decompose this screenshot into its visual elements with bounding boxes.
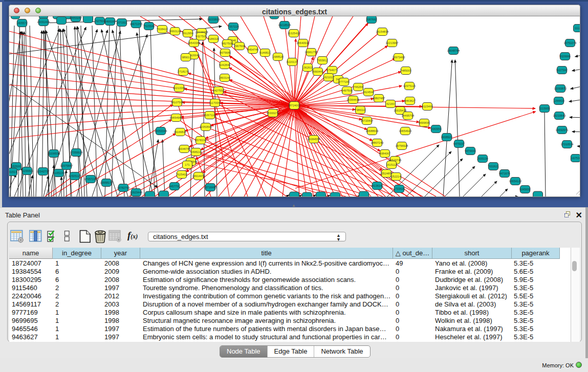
- svg-text:391513: 391513: [9, 170, 17, 173]
- svg-text:8912954: 8912954: [182, 32, 193, 35]
- svg-text:10025438: 10025438: [394, 109, 407, 112]
- svg-text:8990443: 8990443: [312, 70, 323, 73]
- svg-text:8220137: 8220137: [287, 60, 298, 63]
- svg-text:2803144: 2803144: [219, 76, 230, 79]
- svg-text:20364436: 20364436: [347, 98, 360, 101]
- svg-text:8813054: 8813054: [269, 16, 280, 17]
- svg-text:13654923: 13654923: [399, 129, 412, 133]
- svg-text:20206536: 20206536: [48, 152, 60, 155]
- svg-text:8427552: 8427552: [213, 89, 224, 92]
- svg-text:19384554: 19384554: [308, 138, 320, 141]
- svg-text:6497508: 6497508: [341, 89, 353, 92]
- svg-text:13692971: 13692971: [556, 128, 569, 132]
- svg-text:9699695: 9699695: [419, 121, 430, 124]
- svg-text:16033809: 16033809: [207, 18, 220, 21]
- svg-text:11325419: 11325419: [288, 32, 300, 35]
- svg-text:12505115: 12505115: [69, 174, 81, 178]
- svg-text:1527602: 1527602: [94, 19, 105, 23]
- svg-text:9474444: 9474444: [465, 149, 476, 152]
- svg-text:8267110: 8267110: [204, 114, 215, 117]
- svg-text:7515546: 7515546: [143, 25, 155, 28]
- svg-text:14914479: 14914479: [192, 174, 205, 178]
- svg-text:9457791: 9457791: [169, 185, 180, 188]
- svg-text:9827508: 9827508: [222, 42, 233, 45]
- svg-text:7485003: 7485003: [400, 69, 411, 72]
- svg-text:16671355: 16671355: [130, 23, 143, 26]
- svg-text:8675685: 8675685: [220, 51, 231, 54]
- svg-text:3215955: 3215955: [539, 107, 550, 110]
- svg-text:12342737: 12342737: [37, 170, 50, 173]
- svg-text:7638422: 7638422: [157, 28, 168, 31]
- svg-text:9227342: 9227342: [556, 69, 568, 72]
- svg-text:8938923: 8938923: [441, 136, 452, 139]
- svg-text:20053346: 20053346: [155, 129, 167, 133]
- svg-text:1362615: 1362615: [302, 66, 313, 69]
- svg-text:16640910: 16640910: [297, 41, 310, 45]
- svg-text:16961758: 16961758: [305, 51, 318, 54]
- svg-text:16210643: 16210643: [553, 114, 566, 117]
- svg-text:12213369: 12213369: [173, 86, 186, 90]
- svg-text:9084067: 9084067: [379, 152, 390, 155]
- svg-text:10543382: 10543382: [188, 41, 201, 45]
- svg-text:9327505: 9327505: [195, 35, 207, 38]
- svg-text:18807249: 18807249: [371, 141, 384, 144]
- svg-text:11156829: 11156829: [21, 169, 33, 172]
- svg-text:12093872: 12093872: [554, 87, 567, 90]
- svg-text:10807487: 10807487: [373, 97, 385, 100]
- svg-text:10553287: 10553287: [70, 16, 82, 19]
- svg-text:117004: 117004: [210, 101, 220, 104]
- svg-text:1244419: 1244419: [553, 99, 564, 102]
- svg-text:19218506: 19218506: [278, 24, 291, 27]
- svg-text:11123: 11123: [575, 27, 580, 30]
- svg-text:17957223: 17957223: [84, 178, 97, 181]
- svg-text:6466160: 6466160: [104, 20, 116, 23]
- svg-text:9242848: 9242848: [219, 63, 230, 67]
- svg-text:10973493: 10973493: [393, 56, 405, 59]
- svg-text:98901: 98901: [182, 56, 190, 59]
- svg-text:7632621: 7632621: [488, 165, 499, 168]
- svg-text:1167534: 1167534: [570, 157, 580, 160]
- svg-text:16782759: 16782759: [117, 186, 130, 189]
- svg-text:12353594: 12353594: [200, 125, 212, 128]
- svg-text:14136141: 14136141: [371, 184, 384, 187]
- svg-text:2967608: 2967608: [234, 45, 245, 48]
- svg-text:8578334: 8578334: [195, 139, 206, 142]
- svg-text:15300273: 15300273: [267, 112, 279, 115]
- svg-text:1615112: 1615112: [386, 163, 397, 166]
- svg-text:7955812: 7955812: [317, 59, 328, 62]
- svg-text:8186328: 8186328: [208, 37, 219, 40]
- svg-text:1071911: 1071911: [116, 21, 127, 24]
- svg-text:18724007: 18724007: [288, 104, 301, 107]
- svg-text:14495794: 14495794: [402, 114, 415, 117]
- svg-text:8454749: 8454749: [247, 48, 258, 51]
- svg-text:2718170: 2718170: [178, 70, 189, 73]
- svg-text:7625402: 7625402: [176, 173, 187, 176]
- svg-text:6794073: 6794073: [326, 69, 338, 72]
- svg-text:9146821: 9146821: [259, 51, 271, 54]
- svg-text:252214: 252214: [391, 175, 401, 178]
- svg-text:10688609: 10688609: [366, 129, 379, 133]
- svg-text:8660124: 8660124: [169, 30, 181, 33]
- svg-text:1640954: 1640954: [430, 127, 442, 130]
- svg-text:17359928: 17359928: [70, 151, 83, 154]
- svg-text:32975887: 32975887: [60, 164, 73, 167]
- svg-text:15720407: 15720407: [361, 119, 374, 122]
- svg-text:12213967: 12213967: [386, 41, 399, 45]
- svg-text:3624544: 3624544: [363, 91, 374, 94]
- svg-text:16648784: 16648784: [447, 49, 460, 52]
- svg-text:7357224: 7357224: [228, 25, 239, 28]
- svg-text:12923446: 12923446: [130, 191, 143, 194]
- svg-text:1588520: 1588520: [272, 55, 284, 58]
- svg-text:2935134: 2935134: [477, 157, 488, 160]
- svg-text:1621022: 1621022: [323, 76, 334, 79]
- svg-text:12975115: 12975115: [403, 84, 416, 87]
- svg-text:5498222: 5498222: [190, 150, 202, 154]
- svg-text:19654985: 19654985: [170, 116, 183, 119]
- svg-text:746266: 746266: [354, 85, 363, 89]
- svg-text:62160: 62160: [386, 102, 395, 105]
- svg-text:19756928: 19756928: [396, 144, 408, 147]
- svg-text:171: 171: [185, 163, 189, 166]
- svg-text:9463627: 9463627: [404, 99, 416, 102]
- svg-text:2087662: 2087662: [366, 18, 377, 21]
- svg-text:9777169: 9777169: [338, 80, 350, 83]
